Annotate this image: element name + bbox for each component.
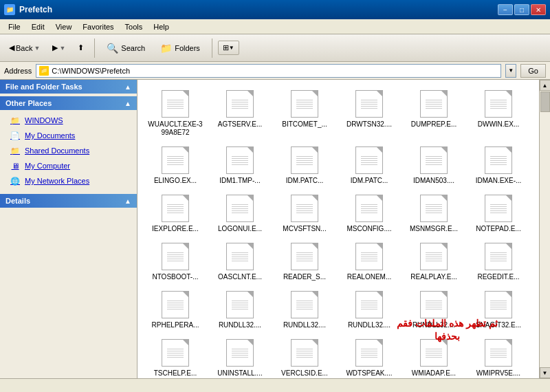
- left-panel: File and Folder Tasks ▲ Other Places ▲ 📁…: [0, 80, 138, 378]
- file-folder-tasks-section: File and Folder Tasks ▲: [0, 80, 137, 94]
- search-button[interactable]: 🔍 Search: [100, 40, 151, 56]
- scroll-thumb[interactable]: [540, 91, 550, 112]
- link-my-computer[interactable]: 🖥 My Computer: [0, 158, 137, 173]
- menu-favorites[interactable]: Favorites: [77, 21, 119, 32]
- file-icon: [355, 195, 383, 222]
- file-item[interactable]: NOTEPAD.E...: [468, 191, 529, 237]
- file-name: IDMAN503....: [413, 177, 454, 185]
- menu-help[interactable]: Help: [148, 21, 175, 32]
- file-icon: [226, 195, 254, 222]
- minimize-button[interactable]: −: [498, 4, 513, 15]
- file-item[interactable]: IDM1.TMP-...: [209, 143, 271, 188]
- file-item[interactable]: DUMPREP.E...: [403, 87, 465, 140]
- file-item[interactable]: IEXPLORE.E...: [144, 191, 206, 237]
- file-item[interactable]: VERCLSID.E...: [274, 336, 336, 378]
- title-bar: 📁 Prefetch − □ ✕: [0, 0, 550, 19]
- file-item[interactable]: WMIPRV5E....: [468, 336, 529, 378]
- file-item[interactable]: RUNDLL32....: [403, 287, 465, 333]
- up-button[interactable]: ⬆: [73, 41, 89, 55]
- back-button[interactable]: ◀ Back ▼: [4, 41, 45, 55]
- file-item[interactable]: IDMAN.EXE-...: [468, 143, 529, 188]
- search-icon: 🔍: [107, 43, 118, 54]
- file-icon: [355, 339, 383, 367]
- file-grid: WUAUCLT.EXE-399A8E72AGTSERV.E...BITCOMET…: [144, 87, 532, 378]
- menu-tools[interactable]: Tools: [120, 21, 148, 32]
- go-button[interactable]: Go: [520, 64, 546, 78]
- file-item[interactable]: WUAUCLT.EXE-399A8E72: [144, 87, 206, 140]
- forward-arrow-icon: ▶: [52, 43, 58, 52]
- file-item[interactable]: UNINSTALL....: [209, 336, 271, 378]
- link-my-network-places[interactable]: 🌐 My Network Places: [0, 173, 137, 188]
- file-area: WUAUCLT.EXE-399A8E72AGTSERV.E...BITCOMET…: [138, 80, 539, 378]
- file-icon: [226, 146, 254, 174]
- file-item[interactable]: READER_S...: [274, 239, 336, 285]
- file-item[interactable]: RPHELPERA...: [144, 287, 206, 333]
- menu-edit[interactable]: Edit: [26, 21, 50, 32]
- file-item[interactable]: REGEDIT.E...: [468, 239, 529, 285]
- close-button[interactable]: ✕: [531, 4, 546, 15]
- view-button[interactable]: ⊞ ▼: [218, 41, 239, 55]
- link-shared-documents[interactable]: 📁 Shared Documents: [0, 143, 137, 158]
- file-item[interactable]: OASCLNT.E...: [209, 239, 271, 285]
- scroll-down-arrow[interactable]: ▼: [540, 367, 551, 378]
- file-icon: [355, 291, 383, 318]
- file-item[interactable]: LOGONUI.E...: [209, 191, 271, 237]
- file-item[interactable]: REALPLAY.E...: [403, 239, 465, 285]
- file-item[interactable]: DWWIN.EX...: [468, 87, 529, 140]
- file-folder-tasks-header[interactable]: File and Folder Tasks ▲: [0, 80, 137, 94]
- file-name: IDM1.TMP-...: [219, 177, 260, 185]
- maximize-button[interactable]: □: [514, 4, 529, 15]
- file-name: RUNDLL32....: [412, 321, 455, 329]
- address-folder-icon: 📁: [39, 66, 49, 76]
- view-icon: ⊞: [223, 43, 229, 52]
- file-name: RUNDLL32....: [348, 321, 390, 329]
- file-icon: [162, 339, 189, 367]
- file-icon: [162, 146, 189, 174]
- forward-button[interactable]: ▶ ▼: [47, 41, 70, 55]
- file-name: NTOSBOOT-...: [152, 273, 198, 281]
- file-icon: [420, 146, 448, 174]
- file-name: RPHELPERA...: [152, 321, 199, 329]
- file-item[interactable]: WDTSPEAK....: [338, 336, 400, 378]
- file-name: REGEDIT.E...: [477, 273, 519, 281]
- file-icon: [420, 195, 448, 222]
- file-item[interactable]: RUNDLL32....: [209, 287, 271, 333]
- file-icon: [420, 243, 448, 270]
- file-item[interactable]: MSCONFIG....: [338, 191, 400, 237]
- file-item[interactable]: RUNDLL32....: [338, 287, 400, 333]
- file-item[interactable]: IDMAN503....: [403, 143, 465, 188]
- file-item[interactable]: SNAGIT32.E...: [468, 287, 529, 333]
- folders-button[interactable]: 📁 Folders: [154, 40, 206, 56]
- address-bar: Address 📁 C:\WINDOWS\Prefetch ▼ Go: [0, 62, 550, 80]
- file-item[interactable]: BITCOMET_...: [274, 87, 336, 140]
- link-my-documents[interactable]: 📄 My Documents: [0, 128, 137, 143]
- file-item[interactable]: IDM.PATC...: [274, 143, 336, 188]
- app-icon: 📁: [4, 4, 15, 15]
- file-item[interactable]: IDM.PATC...: [338, 143, 400, 188]
- file-item[interactable]: ELINGO.EX...: [144, 143, 206, 188]
- file-icon: [162, 90, 189, 118]
- file-item[interactable]: WMIADAP.E...: [403, 336, 465, 378]
- file-item[interactable]: REALONEM...: [338, 239, 400, 285]
- file-icon: [226, 339, 254, 367]
- file-item[interactable]: RUNDLL32....: [274, 287, 336, 333]
- file-item[interactable]: MSNMSGR.E...: [403, 191, 465, 237]
- back-dropdown-icon: ▼: [34, 45, 40, 52]
- address-path[interactable]: C:\WINDOWS\Prefetch: [52, 67, 498, 75]
- menu-file[interactable]: File: [3, 21, 26, 32]
- file-name: VERCLSID.E...: [281, 369, 328, 378]
- window-controls: − □ ✕: [498, 4, 546, 15]
- other-places-section: Other Places ▲ 📁 WINDOWS 📄 My Documents …: [0, 96, 137, 191]
- address-dropdown-button[interactable]: ▼: [505, 64, 516, 78]
- other-places-header[interactable]: Other Places ▲: [0, 96, 137, 110]
- details-header[interactable]: Details ▲: [0, 194, 137, 208]
- file-item[interactable]: TSCHELP.E...: [144, 336, 206, 378]
- scroll-up-arrow[interactable]: ▲: [540, 80, 551, 91]
- menu-view[interactable]: View: [50, 21, 78, 32]
- file-item[interactable]: DRWTSN32....: [338, 87, 400, 140]
- file-item[interactable]: MCVSFTSN...: [274, 191, 336, 237]
- link-windows[interactable]: 📁 WINDOWS: [0, 113, 137, 128]
- file-item[interactable]: AGTSERV.E...: [209, 87, 271, 140]
- file-icon: [291, 195, 318, 222]
- file-item[interactable]: NTOSBOOT-...: [144, 239, 206, 285]
